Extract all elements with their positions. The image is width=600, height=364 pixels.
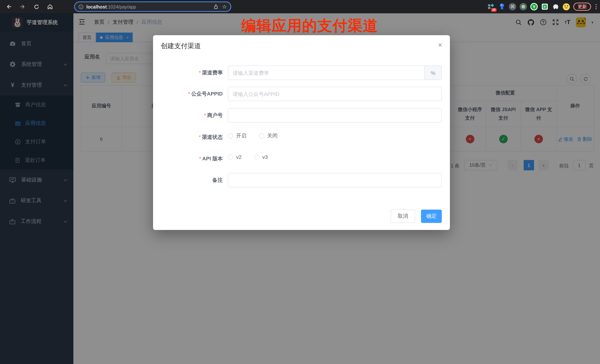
rate-label: *渠道费率: [160, 70, 223, 76]
url-host: localhost: [86, 4, 107, 10]
back-icon[interactable]: [5, 3, 13, 10]
rate-input[interactable]: [228, 66, 424, 80]
confirm-button[interactable]: 确定: [421, 209, 442, 223]
remark-input[interactable]: [228, 173, 442, 187]
status-off-radio[interactable]: 关闭: [259, 133, 278, 139]
merchant-input[interactable]: [228, 108, 442, 123]
ext-y-icon[interactable]: Y: [530, 3, 538, 10]
page: localhost:1024/pay/app ☆ 10 ⌘: [0, 0, 600, 364]
dialog-title: 创建支付渠道: [161, 41, 201, 50]
home-icon[interactable]: [46, 3, 54, 10]
ext-command-icon[interactable]: ⌘: [509, 3, 516, 10]
reload-icon[interactable]: [33, 3, 40, 10]
rate-suffix: %: [424, 66, 441, 80]
status-on-radio[interactable]: 开启: [228, 133, 246, 139]
api-version-label: *API 版本: [160, 155, 223, 162]
url-path: :1024/pay/app: [107, 4, 136, 10]
radio-circle-icon: [259, 133, 264, 138]
cancel-button[interactable]: 取消: [391, 209, 415, 223]
appid-label: *公众号APPID: [160, 91, 223, 97]
ext-chat-icon[interactable]: [541, 3, 548, 10]
bookmark-star-icon[interactable]: ☆: [222, 4, 227, 10]
ext-map-pin-icon[interactable]: [498, 3, 506, 10]
ext-badge: 10: [491, 8, 497, 12]
api-v2-radio[interactable]: v2: [228, 154, 242, 160]
address-bar[interactable]: localhost:1024/pay/app ☆: [74, 1, 231, 12]
radio-circle-icon: [228, 133, 233, 138]
status-radio-group: 开启 关闭: [228, 133, 278, 139]
annotation-text: 编辑应用的支付渠道: [241, 16, 378, 36]
ext-blue-diamond-icon[interactable]: 10: [487, 3, 495, 10]
url-text: localhost:1024/pay/app: [86, 3, 136, 10]
status-label: *渠道状态: [160, 134, 223, 141]
rate-input-group: %: [228, 65, 442, 80]
api-v3-radio[interactable]: v3: [254, 154, 268, 160]
radio-circle-icon: [254, 155, 259, 160]
create-pay-channel-dialog: 创建支付渠道 ✕ *渠道费率 % *公众号APPID *商户号 *渠道状态 开启…: [153, 35, 450, 230]
remark-label: 备注: [160, 177, 223, 184]
info-icon[interactable]: [79, 4, 83, 9]
merchant-label: *商户号: [160, 112, 223, 119]
update-button[interactable]: 更新: [573, 3, 591, 11]
extensions-puzzle-icon[interactable]: [552, 3, 559, 10]
browser-menu-icon[interactable]: [594, 4, 598, 9]
forward-icon[interactable]: [19, 3, 26, 10]
radio-circle-icon: [228, 155, 233, 160]
share-icon[interactable]: [214, 4, 218, 9]
api-version-radio-group: v2 v3: [228, 154, 268, 160]
dialog-close-icon[interactable]: ✕: [438, 42, 442, 48]
browser-chrome: localhost:1024/pay/app ☆ 10 ⌘: [0, 0, 600, 13]
browser-profile-avatar[interactable]: [562, 3, 570, 10]
appid-input[interactable]: [228, 87, 442, 101]
ext-green-dot-icon[interactable]: [520, 3, 527, 10]
